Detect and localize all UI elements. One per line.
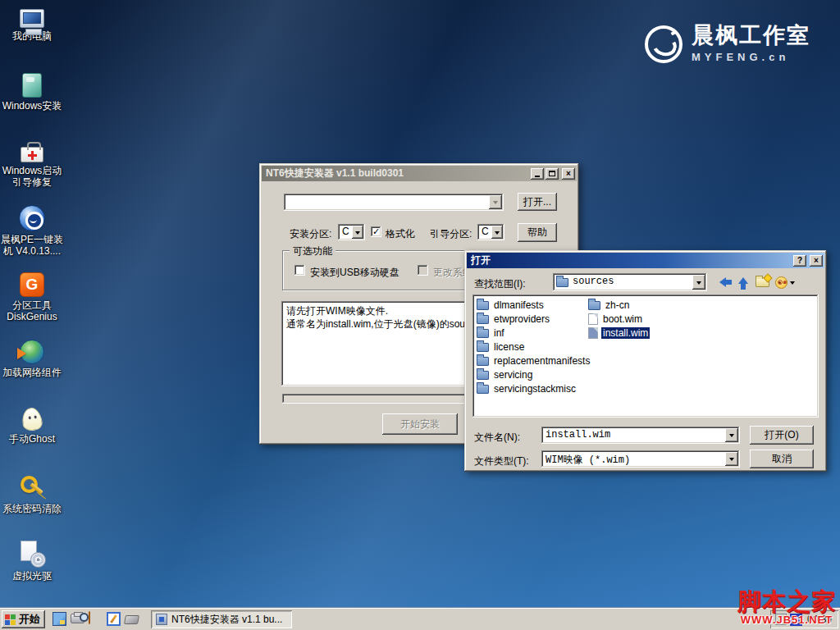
folder-icon	[477, 329, 489, 338]
change-system-checkbox	[418, 265, 428, 276]
file-item-label: zh-cn	[604, 299, 631, 311]
folder-item-dlmanifests[interactable]: dlmanifests	[474, 298, 586, 312]
chevron-down-icon[interactable]	[489, 195, 502, 209]
watermark-url: WWW.JB51.NET	[737, 614, 836, 625]
watermark-title: 脚本之家	[737, 590, 836, 614]
show-desktop-icon[interactable]	[52, 612, 66, 626]
view-menu-icon[interactable]	[773, 274, 797, 290]
desktop-icon-load-network[interactable]: 加载网络组件	[0, 338, 64, 378]
file-item-label: dlmanifests	[492, 299, 546, 311]
file-item-boot.wim[interactable]: boot.wim	[586, 312, 697, 326]
folder-item-zh-cn[interactable]: zh-cn	[586, 298, 697, 312]
taskbar-task-button[interactable]: NT6快捷安装器 v1.1 bu...	[151, 610, 292, 628]
chevron-down-icon[interactable]	[491, 226, 503, 239]
minimize-icon[interactable]	[531, 168, 544, 180]
studio-logo-text: 晨枫工作室 MYFENG.cn	[692, 21, 810, 63]
boot-partition-select[interactable]: C	[477, 224, 504, 240]
open-dialog-titlebar[interactable]: 打开 ? ×	[467, 253, 824, 268]
desktop-icon-manual-ghost[interactable]: 手动Ghost	[0, 405, 64, 445]
cancel-button[interactable]: 取消	[750, 450, 814, 468]
desktop-icon-virtual-cdrom[interactable]: 虚拟光驱	[0, 540, 64, 582]
desktop-icon-password-clear[interactable]: 系统密码清除	[0, 472, 64, 514]
desktop-icon-label: 加载网络组件	[2, 367, 62, 378]
virtual-cdrom-icon	[18, 540, 46, 568]
folder-item-replacementmanifests[interactable]: replacementmanifests	[474, 354, 586, 368]
usb-install-label[interactable]: 安装到USB移动硬盘	[310, 266, 399, 280]
start-button[interactable]: 开始	[2, 610, 45, 628]
desktop-icon-label: Windows启动 引导修复	[2, 165, 62, 188]
disk-icon[interactable]	[124, 615, 139, 624]
desktop-icon-windows-install[interactable]: Windows安装	[0, 72, 64, 112]
help-button[interactable]: 帮助	[518, 223, 557, 242]
chevron-down-icon[interactable]	[692, 275, 705, 290]
install-partition-label: 安装分区:	[290, 227, 331, 241]
desktop-icon-label: 虚拟光驱	[12, 570, 52, 582]
usb-install-checkbox[interactable]	[294, 265, 305, 276]
file-item-label: etwproviders	[492, 313, 551, 325]
desktop-icon-chenfeng-pe-installer[interactable]: 晨枫PE一键装 机 V4.0.13....	[0, 205, 64, 257]
chevron-down-icon[interactable]	[725, 428, 738, 442]
boot-partition-value: C	[477, 224, 490, 240]
folder-icon	[477, 343, 489, 352]
chevron-down-icon[interactable]	[725, 452, 738, 466]
desktop-icon-diskgenius[interactable]: 分区工具 DiskGenius	[0, 271, 64, 322]
file-list-column-2: zh-cnboot.wiminstall.wim	[586, 298, 697, 414]
file-name-input[interactable]: install.wim	[541, 427, 740, 444]
up-one-level-icon[interactable]	[733, 274, 752, 290]
install-partition-value: C	[338, 224, 350, 240]
close-icon[interactable]: ×	[562, 168, 575, 180]
folder-icon	[477, 357, 489, 366]
close-icon[interactable]: ×	[810, 255, 823, 267]
taskbar: 开始 NT6快捷安装器 v1.1 bu... ✓ CH 00:39	[0, 608, 840, 630]
install-partition-select[interactable]: C	[338, 224, 365, 240]
studio-logo-icon	[645, 25, 682, 63]
file-icon	[588, 313, 598, 325]
desktop-icon-my-computer[interactable]: 我的电脑	[0, 7, 64, 42]
folder-item-license[interactable]: license	[474, 340, 586, 354]
my-computer-icon	[20, 9, 44, 28]
file-icon	[588, 327, 598, 339]
maximize-icon[interactable]	[546, 168, 559, 180]
desktop-icon-windows-boot-repair[interactable]: Windows启动 引导修复	[0, 138, 64, 188]
folder-item-servicing[interactable]: servicing	[474, 368, 586, 381]
edit-pad-icon[interactable]	[107, 612, 121, 626]
format-checkbox-label[interactable]: 格式化	[386, 227, 415, 241]
look-in-select[interactable]: sources	[553, 273, 707, 291]
folder-item-etwproviders[interactable]: etwproviders	[474, 312, 586, 326]
file-item-label: install.wim	[601, 327, 650, 339]
password-clear-icon	[18, 472, 46, 500]
new-folder-icon[interactable]	[753, 274, 772, 290]
start-label: 开始	[19, 612, 40, 627]
studio-logo: 晨枫工作室 MYFENG.cn	[645, 21, 810, 63]
file-type-select[interactable]: WIM映像 (*.wim)	[541, 450, 740, 468]
open-file-dialog: 打开 ? × 查找范围(I): sources dlmanifestsetwpr…	[464, 250, 827, 472]
desktop-icon-label: 系统密码清除	[2, 503, 62, 514]
watermark: 脚本之家 WWW.JB51.NET	[737, 590, 836, 625]
help-icon[interactable]: ?	[793, 255, 806, 267]
chevron-down-icon[interactable]	[352, 226, 363, 239]
browse-open-button[interactable]: 打开...	[518, 193, 557, 211]
studio-name: 晨枫工作室	[692, 21, 810, 49]
folder-search-icon[interactable]	[89, 611, 90, 624]
windows-boot-repair-icon	[21, 147, 43, 162]
folder-item-servicingstackmisc[interactable]: servicingstackmisc	[474, 381, 586, 395]
format-checkbox[interactable]: ✓	[371, 226, 381, 237]
look-in-value: sources	[568, 273, 691, 291]
start-install-button[interactable]: 开始安装	[382, 413, 458, 435]
folder-item-inf[interactable]: inf	[474, 326, 586, 340]
folder-open-icon	[553, 273, 568, 291]
back-icon[interactable]	[714, 274, 733, 290]
nt6-titlebar[interactable]: NT6快捷安装器 v1.1 build0301 ×	[262, 166, 577, 181]
desktop-icon-label: 手动Ghost	[9, 433, 55, 445]
file-item-install.wim[interactable]: install.wim	[586, 326, 697, 340]
file-item-label: boot.wim	[601, 313, 644, 325]
task-button-label: NT6快捷安装器 v1.1 bu...	[171, 613, 282, 627]
wim-path-combobox[interactable]	[284, 194, 504, 211]
file-list[interactable]: dlmanifestsetwprovidersinflicensereplace…	[472, 294, 819, 418]
desktop: 晨枫工作室 MYFENG.cn 我的电脑Windows安装Windows启动 引…	[0, 0, 840, 630]
folder-icon	[477, 385, 489, 394]
open-button[interactable]: 打开(O)	[750, 426, 814, 445]
nt6-window-title: NT6快捷安装器 v1.1 build0301	[266, 167, 529, 180]
desktop-icon-label: 晨枫PE一键装 机 V4.0.13....	[1, 234, 63, 257]
studio-url: MYFENG.cn	[692, 51, 810, 63]
